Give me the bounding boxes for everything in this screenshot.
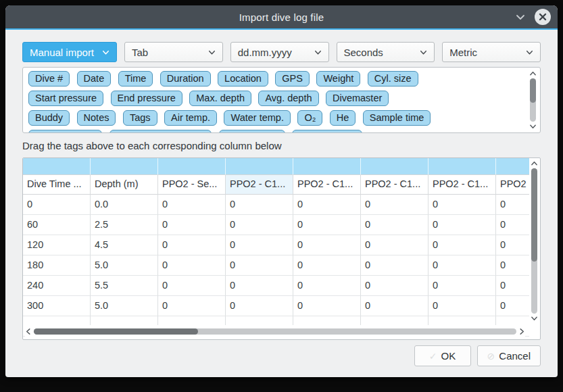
- tag-dive-number[interactable]: Dive #: [28, 71, 70, 87]
- table-cell: 0: [496, 195, 529, 215]
- table-vertical-scrollbar[interactable]: [529, 160, 539, 322]
- column-header-dive-time[interactable]: Dive Time ...: [23, 175, 91, 195]
- scrollbar-thumb[interactable]: [34, 328, 198, 335]
- dropzone-cell[interactable]: [226, 158, 293, 175]
- table-cell: 5.5: [91, 276, 158, 296]
- tag-o2[interactable]: O₂: [297, 110, 322, 126]
- tag-date[interactable]: Date: [77, 71, 112, 87]
- column-header-ppo2-1[interactable]: PPO2 - Se...: [158, 175, 226, 195]
- tag-pool-scrollbar[interactable]: [528, 70, 537, 130]
- import-mode-select[interactable]: Manual import: [22, 42, 117, 62]
- column-header-depth[interactable]: Depth (m): [91, 175, 158, 195]
- tag-tags[interactable]: Tags: [123, 110, 157, 126]
- tag-location[interactable]: Location: [218, 71, 268, 87]
- dropzone-row: [23, 158, 529, 175]
- tag-sample-cns[interactable]: Sample CNS: [292, 130, 362, 133]
- tag-buddy[interactable]: Buddy: [28, 110, 70, 126]
- table-cell: 0: [226, 195, 293, 215]
- date-format-value: dd.mm.yyyy: [238, 47, 292, 58]
- table-cell: 0: [429, 235, 496, 255]
- tag-sample-depth[interactable]: Sample depth: [28, 130, 102, 133]
- table-cell: 0: [293, 276, 361, 296]
- dropzone-cell[interactable]: [429, 158, 496, 175]
- cancel-button[interactable]: ⊘ Cancel: [477, 345, 541, 366]
- column-header-ppo2-6[interactable]: PPO2 - C1...: [496, 175, 529, 195]
- chevron-down-icon: [525, 48, 534, 57]
- tag-water-temp[interactable]: Water temp.: [224, 110, 290, 126]
- scroll-down-icon[interactable]: [529, 124, 537, 130]
- scrollbar-track[interactable]: [34, 328, 516, 335]
- column-header-ppo2-4[interactable]: PPO2 - C1...: [361, 175, 429, 195]
- tag-sample-temperature[interactable]: Sample temperature: [109, 130, 212, 133]
- duration-format-select[interactable]: Seconds: [337, 42, 435, 62]
- tag-row: Buddy Notes Tags Air temp. Water temp. O…: [26, 109, 525, 129]
- table-cell: 0: [429, 276, 496, 296]
- window-menu-chevron-down-icon[interactable]: [515, 11, 526, 22]
- tag-pool: Dive # Date Time Duration Location GPS W…: [22, 67, 541, 133]
- ok-button-label: OK: [441, 350, 456, 362]
- date-format-select[interactable]: dd.mm.yyyy: [230, 42, 329, 62]
- tag-divemaster[interactable]: Divemaster: [326, 91, 389, 106]
- tag-sample-po2[interactable]: Sample pO₂: [219, 130, 285, 133]
- dropzone-cell[interactable]: [293, 158, 361, 175]
- cancel-button-label: Cancel: [499, 350, 531, 362]
- tag-cyl-size[interactable]: Cyl. size: [368, 71, 418, 87]
- table-cell: 0: [429, 255, 496, 276]
- table-cell: 0: [293, 255, 361, 276]
- tag-row-clipped: Sample depth Sample temperature Sample p…: [26, 129, 525, 133]
- dropzone-cell[interactable]: [158, 158, 226, 175]
- scrollbar-track[interactable]: [531, 168, 537, 314]
- scrollbar-track[interactable]: [530, 78, 536, 122]
- column-header-ppo2-3[interactable]: PPO2 - C1...: [293, 175, 361, 195]
- dropzone-cell[interactable]: [496, 158, 529, 175]
- titlebar[interactable]: Import dive log file: [5, 5, 558, 30]
- tag-air-temp[interactable]: Air temp.: [164, 110, 217, 126]
- table-grid: Dive Time ... Depth (m) PPO2 - Se... PPO…: [23, 158, 529, 339]
- tag-avg-depth[interactable]: Avg. depth: [258, 91, 318, 106]
- table-cell: 180: [23, 255, 91, 276]
- scroll-left-icon[interactable]: [25, 328, 31, 335]
- scrollbar-thumb[interactable]: [530, 78, 536, 103]
- table-row: 180 5.0 0 0 0 0 0 0: [23, 255, 529, 276]
- table-cell: 0: [293, 296, 361, 316]
- ok-button[interactable]: ✓ OK: [414, 345, 471, 366]
- table-row: 0 0.0 0 0 0 0 0 0: [23, 195, 529, 215]
- scroll-right-icon[interactable]: [519, 328, 525, 335]
- scroll-down-icon[interactable]: [531, 316, 538, 322]
- column-header-ppo2-5[interactable]: PPO2 - C1...: [429, 175, 496, 195]
- tag-start-pressure[interactable]: Start pressure: [28, 91, 103, 106]
- table-cell: 0: [226, 296, 293, 316]
- table-cell: 120: [23, 235, 91, 255]
- table-cell: 300: [23, 296, 91, 316]
- tag-row: Start pressure End pressure Max. depth A…: [26, 90, 525, 109]
- tag-gps[interactable]: GPS: [275, 71, 310, 87]
- table-cell: 4.5: [91, 235, 158, 255]
- window-title: Import dive log file: [5, 11, 558, 23]
- table-cell: 0: [429, 296, 496, 316]
- field-separator-select[interactable]: Tab: [124, 42, 223, 62]
- window-close-button[interactable]: [535, 9, 551, 25]
- tag-duration[interactable]: Duration: [160, 71, 211, 87]
- table-cell: 2.5: [91, 215, 158, 235]
- table-cell: 0: [23, 195, 91, 215]
- scroll-up-icon[interactable]: [529, 70, 537, 76]
- table-cell: 0: [361, 276, 429, 296]
- table-row: 120 4.5 0 0 0 0 0 0: [23, 235, 529, 255]
- scrollbar-thumb[interactable]: [531, 168, 537, 262]
- tag-max-depth[interactable]: Max. depth: [189, 91, 251, 106]
- table-horizontal-scrollbar[interactable]: [25, 325, 525, 337]
- units-select[interactable]: Metric: [442, 42, 541, 62]
- table-cell: 5.0: [91, 296, 158, 316]
- column-header-ppo2-2[interactable]: PPO2 - C1...: [226, 175, 293, 195]
- tag-weight[interactable]: Weight: [316, 71, 360, 87]
- tag-time[interactable]: Time: [118, 71, 153, 87]
- dropzone-cell[interactable]: [91, 158, 158, 175]
- scroll-up-icon[interactable]: [531, 160, 538, 166]
- dropzone-cell[interactable]: [361, 158, 429, 175]
- dropzone-cell[interactable]: [23, 158, 91, 175]
- tag-notes[interactable]: Notes: [77, 110, 116, 126]
- tag-sample-time[interactable]: Sample time: [363, 110, 431, 126]
- tag-he[interactable]: He: [330, 110, 356, 126]
- dialog-content: Manual import Tab dd.mm.yyyy Seconds Met…: [5, 30, 558, 366]
- tag-end-pressure[interactable]: End pressure: [111, 91, 182, 106]
